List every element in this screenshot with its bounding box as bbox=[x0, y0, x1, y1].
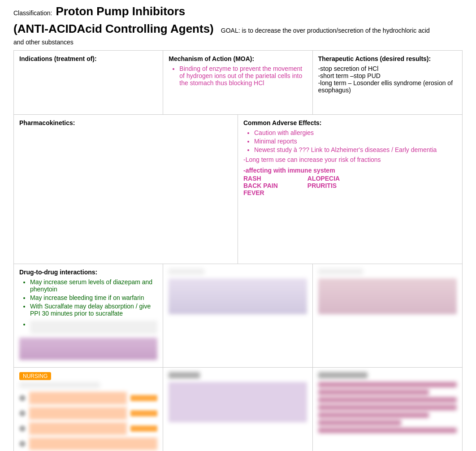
therapeutic-section: Therapeutic Actions (desired results): -… bbox=[313, 51, 462, 114]
di-blurred-line bbox=[30, 321, 157, 334]
nursing-blurred-row-3 bbox=[19, 422, 157, 435]
nursing-dot-2 bbox=[19, 410, 26, 416]
moa-list: Binding of enzyme to prevent the movemen… bbox=[169, 65, 307, 87]
main-grid: Indications (treatment of): Mechanism of… bbox=[13, 50, 463, 451]
pharmacokinetics-title: Pharmacokinetics: bbox=[19, 119, 232, 126]
bottom-right-blurred-content bbox=[318, 382, 457, 433]
di-item-3: With Sucralfate may delay absorption / g… bbox=[30, 303, 157, 317]
top-row: Indications (treatment of): Mechanism of… bbox=[14, 51, 462, 115]
moa-title: Mechanism of Action (MOA): bbox=[169, 55, 307, 62]
nursing-blurred-row-2 bbox=[19, 407, 157, 420]
therapeutic-item-3: -long term – Losonder ellis syndrome (er… bbox=[318, 79, 457, 94]
drug-interactions-row: Drug-to-drug interactions: May increase … bbox=[14, 264, 462, 367]
blurred-line-6 bbox=[318, 420, 402, 425]
indications-title: Indications (treatment of): bbox=[19, 55, 157, 62]
di-list: May increase serum levels of diazepam an… bbox=[19, 278, 157, 334]
therapeutic-item-2: -short term –stop PUD bbox=[318, 72, 457, 79]
nursing-blurred-title bbox=[19, 382, 100, 388]
adverse-item-3: Newest study à ??? Link to Alzheimer's d… bbox=[254, 146, 457, 153]
di-title: Drug-to-drug interactions: bbox=[19, 269, 157, 276]
classification-value: Proton Pump Inhibitors bbox=[56, 4, 185, 18]
adverse-section: Common Adverse Effects: Caution with all… bbox=[238, 115, 462, 264]
di-item-4 bbox=[30, 321, 157, 334]
adverse-title: Common Adverse Effects: bbox=[243, 119, 457, 126]
bottom-mid-blurred-block bbox=[169, 382, 307, 422]
blurred-line-1 bbox=[318, 382, 457, 387]
di-middle-section bbox=[163, 264, 312, 367]
goal-subtext: and other substances bbox=[13, 39, 463, 46]
pharmacokinetics-content bbox=[19, 129, 232, 192]
di-right-content bbox=[318, 278, 457, 314]
moa-item-1: Binding of enzyme to prevent the movemen… bbox=[179, 65, 307, 87]
di-mid-blurred-title bbox=[169, 269, 204, 275]
moa-section: Mechanism of Action (MOA): Binding of en… bbox=[163, 51, 312, 114]
nursing-blurred-item-4 bbox=[29, 438, 157, 450]
nursing-blurred-row-1 bbox=[19, 392, 157, 404]
nursing-blurred-btn-3 bbox=[130, 425, 157, 432]
immune-fever: FEVER bbox=[243, 189, 307, 196]
blurred-line-2 bbox=[318, 390, 429, 395]
adverse-item-1: Caution with allergies bbox=[254, 129, 457, 136]
immune-rash: RASH bbox=[243, 175, 307, 182]
classification-label: Classification: bbox=[13, 9, 52, 17]
di-blurred-block-1 bbox=[19, 338, 157, 360]
subtitle-line: (ANTI-ACIDAcid Controlling Agents) GOAL:… bbox=[13, 22, 463, 36]
immune-alopecia: ALOPECIA bbox=[307, 175, 372, 182]
di-mid-blurred-block bbox=[169, 278, 307, 314]
nursing-blurred-btn-1 bbox=[130, 395, 157, 401]
nursing-blurred-row-4 bbox=[19, 438, 157, 450]
nursing-blurred-btn-2 bbox=[130, 410, 157, 416]
final-row: NURSING bbox=[14, 367, 462, 451]
blurred-line-4 bbox=[318, 405, 457, 410]
di-item-1: May increase serum levels of diazepam an… bbox=[30, 278, 157, 293]
therapeutic-title: Therapeutic Actions (desired results): bbox=[318, 55, 457, 62]
goal-text: GOAL: is to decrease the over production… bbox=[221, 27, 430, 34]
di-left-section: Drug-to-drug interactions: May increase … bbox=[14, 264, 163, 367]
nursing-blurred-item-2 bbox=[29, 407, 127, 420]
di-mid-content bbox=[169, 278, 307, 314]
di-right-section bbox=[313, 264, 462, 367]
immune-pruritis: PRURITIS bbox=[307, 182, 372, 189]
nursing-blurred-item-1 bbox=[29, 392, 127, 404]
adverse-item-2: Minimal reports bbox=[254, 138, 457, 145]
bottom-right-blurred-title bbox=[318, 372, 368, 378]
page-wrapper: Classification: Proton Pump Inhibitors (… bbox=[0, 0, 476, 451]
subtitle-main: (ANTI-ACIDAcid Controlling Agents) bbox=[13, 22, 214, 36]
indications-content bbox=[19, 65, 157, 110]
adverse-immune-text: -affecting with immune system bbox=[243, 167, 457, 174]
pharmacokinetics-section: Pharmacokinetics: bbox=[14, 115, 238, 264]
adverse-list: Caution with allergies Minimal reports N… bbox=[243, 129, 457, 153]
di-right-blurred-title bbox=[318, 269, 363, 275]
nursing-dot-3 bbox=[19, 425, 26, 432]
adverse-extra bbox=[243, 196, 457, 259]
bottom-right-section bbox=[313, 368, 462, 451]
di-item-2: May increase bleeding time if on warfari… bbox=[30, 294, 157, 301]
nursing-badge-wrapper: NURSING bbox=[19, 372, 157, 382]
bottom-mid-blurred-title bbox=[169, 372, 200, 378]
immune-col2-empty bbox=[307, 189, 372, 196]
nursing-badge: NURSING bbox=[19, 372, 51, 380]
immune-backpain: BACK PAIN bbox=[243, 182, 307, 189]
bottom-middle-section bbox=[163, 368, 312, 451]
therapeutic-item-1: -stop secretion of HCl bbox=[318, 65, 457, 72]
blurred-line-5 bbox=[318, 412, 429, 418]
adverse-immune-grid: RASH ALOPECIA BACK PAIN PRURITIS FEVER bbox=[243, 175, 372, 196]
blurred-line-7 bbox=[318, 428, 457, 433]
middle-row: Pharmacokinetics: Common Adverse Effects… bbox=[14, 115, 462, 264]
nursing-dot-4 bbox=[19, 441, 26, 447]
di-right-blurred-block bbox=[318, 278, 457, 314]
blurred-line-3 bbox=[318, 397, 457, 403]
adverse-long-term: -Long term use can increase your risk of… bbox=[243, 156, 457, 163]
nursing-section: NURSING bbox=[14, 368, 163, 451]
di-blurred-area bbox=[19, 338, 157, 360]
indications-section: Indications (treatment of): bbox=[14, 51, 163, 114]
therapeutic-content: -stop secretion of HCl -short term –stop… bbox=[318, 65, 457, 94]
nursing-blurred-item-3 bbox=[29, 422, 127, 435]
nursing-dot-1 bbox=[19, 395, 26, 401]
classification-line: Classification: Proton Pump Inhibitors bbox=[13, 4, 463, 18]
